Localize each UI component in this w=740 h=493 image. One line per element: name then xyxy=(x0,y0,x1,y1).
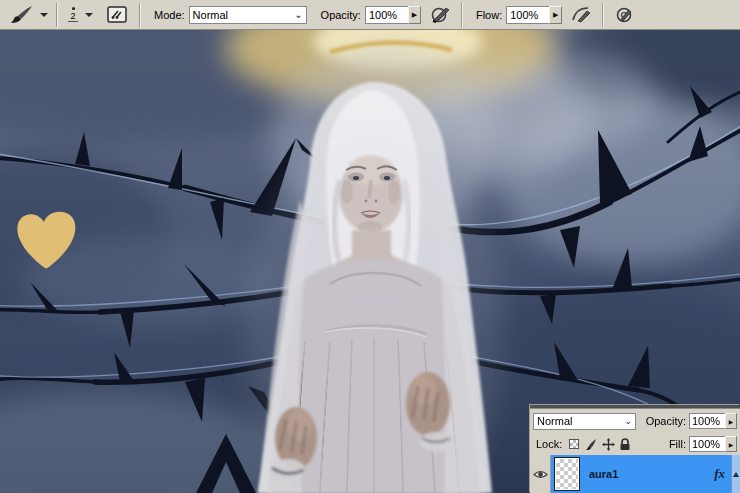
layer-opacity-input[interactable] xyxy=(689,413,726,429)
photoshop-window: 2 Mode: Normal ⌄ Opacity: ▶ xyxy=(0,0,740,493)
layer-thumbnail[interactable] xyxy=(554,457,580,491)
layer-fill-arrow-button[interactable]: ▶ xyxy=(725,436,737,452)
airbrush-icon[interactable] xyxy=(568,4,594,25)
layer-visibility-cell[interactable] xyxy=(530,455,551,493)
separator xyxy=(56,3,57,27)
layer-opacity-label: Opacity: xyxy=(646,415,686,427)
separator xyxy=(139,3,140,27)
blend-mode-value: Normal xyxy=(193,9,228,21)
lock-paint-icon[interactable] xyxy=(584,437,598,451)
fill-label: Fill: xyxy=(669,438,686,450)
eye-icon xyxy=(533,469,548,480)
mode-label: Mode: xyxy=(154,9,185,21)
lock-label: Lock: xyxy=(536,438,562,450)
brush-size-value: 2 xyxy=(68,12,77,22)
toggle-brushes-panel-icon[interactable] xyxy=(103,4,131,25)
layers-blend-row: Normal ⌄ Opacity: ▶ xyxy=(530,409,740,433)
selected-layer[interactable]: aura1 fx xyxy=(551,455,740,493)
layers-scrollbar[interactable] xyxy=(731,455,740,493)
tool-preset-dropdown-arrow[interactable] xyxy=(40,13,48,17)
lock-transparency-icon[interactable] xyxy=(567,437,581,451)
layer-blend-mode-dropdown[interactable]: Normal ⌄ xyxy=(533,413,636,430)
brush-tool-icon[interactable] xyxy=(6,4,36,26)
flow-input[interactable] xyxy=(506,6,550,24)
lock-all-icon[interactable] xyxy=(618,437,632,451)
scroll-up-icon xyxy=(733,472,739,477)
opacity-input[interactable] xyxy=(365,6,409,24)
brush-preset-dropdown-arrow[interactable] xyxy=(85,13,93,17)
layer-blend-mode-value: Normal xyxy=(537,415,572,427)
transparent-checkerboard xyxy=(556,459,578,489)
brush-options-bar: 2 Mode: Normal ⌄ Opacity: ▶ xyxy=(0,0,740,30)
separator xyxy=(461,3,462,27)
tablet-pressure-opacity-icon[interactable] xyxy=(427,4,453,25)
layer-fill-input[interactable] xyxy=(689,436,726,452)
canvas-area[interactable]: Normal ⌄ Opacity: ▶ Lock: xyxy=(0,30,740,493)
chevron-down-icon: ⌄ xyxy=(294,10,302,20)
lock-position-icon[interactable] xyxy=(601,437,615,451)
brush-tip-preview-icon xyxy=(72,7,75,10)
opacity-slider-arrow-button[interactable]: ▶ xyxy=(408,6,421,24)
layer-name: aura1 xyxy=(589,468,618,480)
layer-effects-icon[interactable]: fx xyxy=(714,466,725,482)
separator xyxy=(602,3,603,27)
brush-smoothing-icon[interactable] xyxy=(611,4,637,25)
layer-row[interactable]: aura1 fx xyxy=(530,455,740,493)
flow-slider-arrow-button[interactable]: ▶ xyxy=(549,6,562,24)
layers-panel: Normal ⌄ Opacity: ▶ Lock: xyxy=(530,405,740,493)
chevron-down-icon: ⌄ xyxy=(624,417,632,426)
flow-label: Flow: xyxy=(476,9,502,21)
layer-opacity-arrow-button[interactable]: ▶ xyxy=(725,413,737,429)
brush-preset-picker[interactable]: 2 xyxy=(65,7,81,22)
blend-mode-dropdown[interactable]: Normal ⌄ xyxy=(189,6,307,24)
opacity-label: Opacity: xyxy=(321,9,361,21)
layers-lock-row: Lock: xyxy=(530,433,740,455)
